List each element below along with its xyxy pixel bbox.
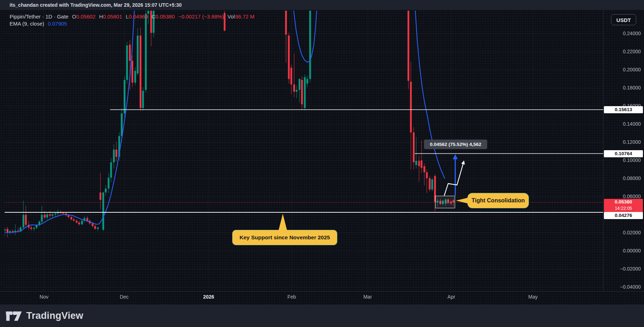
time-axis-label-2026[interactable]: 2026 xyxy=(196,294,221,300)
ema-line[interactable] xyxy=(5,9,445,233)
price-axis-separator xyxy=(603,10,604,291)
line-price-box[interactable]: 0.10764 xyxy=(604,150,643,157)
time-axis-label-apr[interactable]: Apr xyxy=(439,294,464,300)
time-axis-label-feb[interactable]: Feb xyxy=(279,294,304,300)
price-tick-label: −0.02000 xyxy=(604,266,641,272)
price-tick-label: 0.22000 xyxy=(604,49,641,55)
currency-toggle-button[interactable]: USDT xyxy=(611,14,636,25)
price-tick-label: 0.10000 xyxy=(604,157,641,164)
high-label: H xyxy=(99,13,103,20)
close-label: C xyxy=(152,13,155,20)
last-price-box[interactable]: 0.0538014:22:05 xyxy=(604,199,643,212)
grid-layer xyxy=(5,11,603,291)
callout-pointer-left xyxy=(456,198,468,203)
line-price-box[interactable]: 0.04276 xyxy=(604,212,643,219)
consolidation-rectangle-drawing[interactable] xyxy=(435,196,455,208)
time-axis-label-mar[interactable]: Mar xyxy=(355,294,380,300)
price-tick-label: −0.04000 xyxy=(604,284,641,290)
price-tick-label: 0.24000 xyxy=(604,31,641,37)
time-axis-label-may[interactable]: May xyxy=(521,294,545,300)
callout-tight-text: Tight Consolidation xyxy=(472,197,525,203)
line-price-box[interactable]: 0.15613 xyxy=(604,106,643,113)
tradingview-logo-icon[interactable] xyxy=(6,310,22,322)
price-tick-label: 0.20000 xyxy=(604,67,641,73)
measure-tool-label[interactable]: 0.04562 (75.52%) 4,562 xyxy=(424,140,487,149)
price-tick-label: 0.02000 xyxy=(604,230,641,236)
tradingview-snapshot: its_chandan created with TradingView.com… xyxy=(0,0,644,327)
price-tick-label: 0.12000 xyxy=(604,139,641,146)
high-value: 0.05801 xyxy=(103,13,122,20)
time-axis-label-dec[interactable]: Dec xyxy=(112,294,137,300)
ema-value: 0.07905 xyxy=(48,21,67,27)
callout-tight-consolidation[interactable]: Tight Consolidation xyxy=(468,193,529,208)
time-axis-label-nov[interactable]: Nov xyxy=(32,294,56,300)
price-chart[interactable] xyxy=(0,0,644,327)
price-tick-label: 0.00000 xyxy=(604,248,641,254)
indicator-legend-row[interactable]: EMA (9, close) 0.07905 xyxy=(10,21,69,27)
volume-value: 86.72 M xyxy=(235,13,254,20)
price-tick-label: 0.14000 xyxy=(604,121,641,127)
ema-label[interactable]: EMA (9, close) xyxy=(10,21,44,27)
low-value: 0.04969 xyxy=(129,13,148,20)
symbol-legend-row[interactable]: Pippin/Tether · 1D · Gate O0.05602 H0.05… xyxy=(10,13,257,20)
candles-layer[interactable] xyxy=(4,0,455,238)
callout-key-support[interactable]: Key Support since November 2025 xyxy=(232,230,337,245)
price-tick-label: 0.18000 xyxy=(604,85,641,91)
open-label: O xyxy=(72,13,76,20)
tradingview-brand-text[interactable]: TradingView xyxy=(26,310,83,321)
price-tick-label: 0.08000 xyxy=(604,175,641,182)
volume-label: Vol xyxy=(227,13,235,20)
callout-key-text: Key Support since November 2025 xyxy=(240,234,330,240)
symbol-title[interactable]: Pippin/Tether · 1D · Gate xyxy=(10,13,68,20)
callout-pointer-up xyxy=(279,214,287,230)
time-axis[interactable]: NovDec2026FebMarAprMay xyxy=(0,291,644,305)
low-label: L xyxy=(126,13,128,20)
open-value: 0.05602 xyxy=(76,13,95,20)
change-value: −0.00217 (−3.88%) xyxy=(178,13,224,20)
close-value: 0.05380 xyxy=(155,13,175,20)
footer-bar: TradingView xyxy=(0,305,644,327)
